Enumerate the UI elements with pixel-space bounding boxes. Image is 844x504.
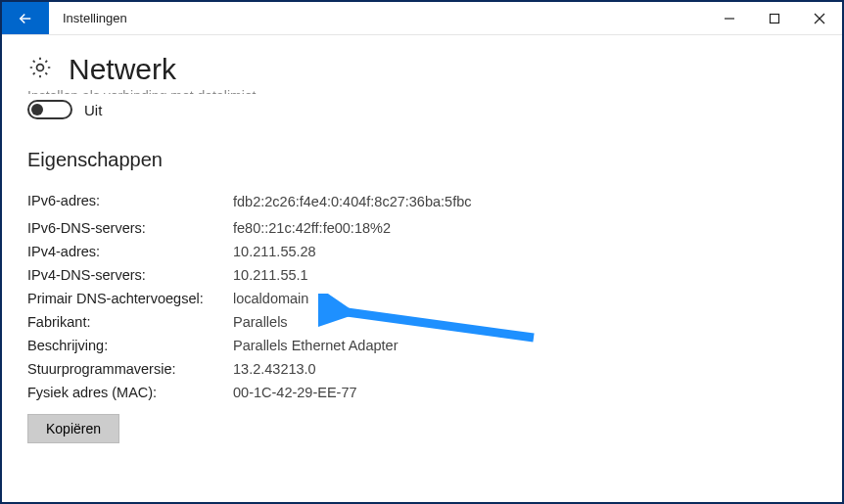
- content-area: Netwerk Instellen als verbinding met dat…: [2, 35, 842, 453]
- metered-toggle-row: Uit: [27, 100, 817, 119]
- svg-rect-1: [771, 14, 779, 23]
- ipv4-dns-value: 10.211.55.1: [233, 267, 527, 283]
- properties-table: IPv6-adres: fdb2:2c26:f4e4:0:404f:8c27:3…: [27, 193, 817, 400]
- titlebar: Instellingen: [2, 2, 842, 35]
- gear-icon: [27, 55, 53, 84]
- window-title: Instellingen: [49, 2, 707, 34]
- toggle-state-label: Uit: [84, 102, 102, 118]
- svg-point-4: [37, 65, 44, 71]
- description-value: Parallels Ethernet Adapter: [233, 338, 527, 353]
- ipv6-address-label: IPv6-adres:: [27, 193, 233, 212]
- ipv4-address-label: IPv4-adres:: [27, 244, 233, 259]
- page-header: Netwerk: [27, 53, 817, 86]
- back-arrow-icon: [17, 10, 34, 27]
- mac-value: 00-1C-42-29-EE-77: [233, 385, 527, 400]
- close-button[interactable]: [797, 2, 842, 34]
- page-title: Netwerk: [69, 53, 176, 86]
- ipv6-dns-value: fe80::21c:42ff:fe00:18%2: [233, 220, 527, 236]
- driver-version-label: Stuurprogrammaversie:: [27, 361, 233, 377]
- copy-button[interactable]: Kopiëren: [27, 414, 119, 443]
- toggle-knob: [31, 104, 43, 115]
- ipv4-address-value: 10.211.55.28: [233, 244, 527, 259]
- properties-heading: Eigenschappen: [27, 149, 817, 171]
- primary-dns-suffix-value: localdomain: [233, 291, 527, 306]
- metered-connection-label: Instellen als verbinding met datalimiet: [27, 88, 817, 94]
- close-icon: [814, 13, 825, 24]
- back-button[interactable]: [2, 2, 49, 34]
- window-controls: [707, 2, 842, 34]
- manufacturer-value: Parallels: [233, 314, 527, 330]
- manufacturer-label: Fabrikant:: [27, 314, 233, 330]
- minimize-icon: [724, 13, 735, 24]
- description-label: Beschrijving:: [27, 338, 233, 353]
- mac-label: Fysiek adres (MAC):: [27, 385, 233, 400]
- minimize-button[interactable]: [707, 2, 752, 34]
- driver-version-value: 13.2.43213.0: [233, 361, 527, 377]
- ipv6-dns-label: IPv6-DNS-servers:: [27, 220, 233, 236]
- maximize-icon: [769, 13, 780, 24]
- primary-dns-suffix-label: Primair DNS-achtervoegsel:: [27, 291, 233, 306]
- metered-toggle[interactable]: [27, 100, 72, 119]
- ipv6-address-value: fdb2:2c26:f4e4:0:404f:8c27:36ba:5fbc: [233, 193, 527, 212]
- ipv4-dns-label: IPv4-DNS-servers:: [27, 267, 233, 283]
- maximize-button[interactable]: [752, 2, 797, 34]
